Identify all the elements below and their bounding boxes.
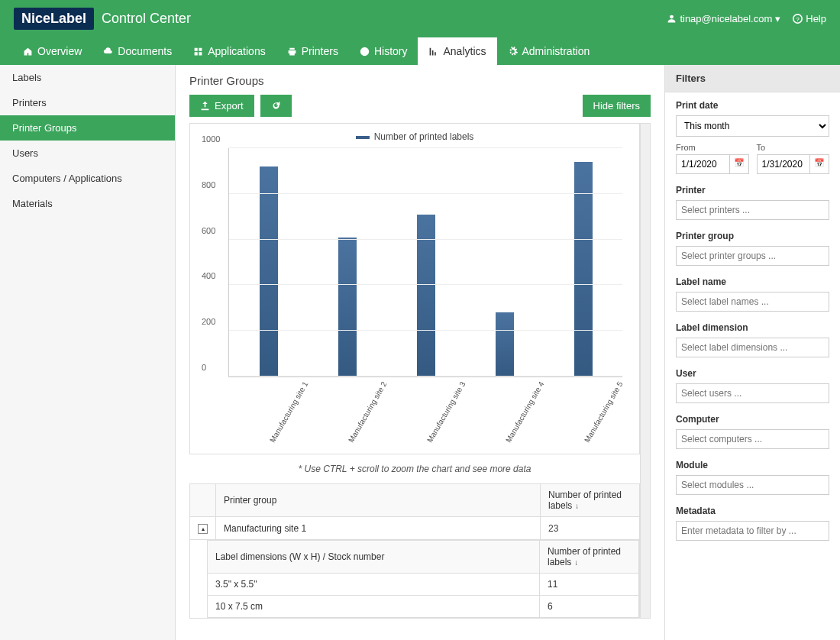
printer-input[interactable] [676,200,829,220]
sort-desc-icon: ↓ [575,502,579,510]
sidebar-item-labels[interactable]: Labels [0,65,175,90]
x-axis-label: Manufacturing site 3 [425,424,442,444]
table-row[interactable]: ▴ Manufacturing site 1 23 [190,517,640,540]
scrollbar[interactable] [640,123,651,619]
sidebar-item-computers-applications[interactable]: Computers / Applications [0,166,175,191]
col-label-dimensions[interactable]: Label dimensions (W x H) / Stock number [208,541,540,574]
filter-printer-label: Printer [676,185,829,196]
filter-module-label: Module [676,460,829,470]
col-printed-labels[interactable]: Number of printed labels↓ [541,484,640,517]
sidebar-item-printers[interactable]: Printers [0,90,175,115]
label-dimension-input[interactable] [676,338,829,357]
chevron-down-icon: ▾ [775,13,780,24]
calendar-icon[interactable]: 📅 [809,154,829,174]
x-axis-label: Manufacturing site 2 [347,424,363,444]
col-printer-group[interactable]: Printer group [216,484,541,517]
nav-applications[interactable]: Applications [183,37,276,65]
hide-filters-button[interactable]: Hide filters [583,95,651,117]
page-title: Printer Groups [189,74,651,87]
from-label: From [676,143,749,152]
sidebar-item-materials[interactable]: Materials [0,191,175,216]
to-label: To [757,143,830,152]
sidebar-item-printer-groups[interactable]: Printer Groups [0,115,175,141]
filter-computer-label: Computer [676,414,829,425]
filter-label-dimension-label: Label dimension [676,322,829,333]
col-nested-count[interactable]: Number of printed labels↓ [540,541,639,574]
filters-header: Filters [665,65,840,92]
computer-input[interactable] [676,429,829,449]
filter-print-date-label: Print date [676,100,829,111]
help-icon: ? [793,14,803,24]
gear-icon [508,47,518,57]
x-axis-label: Manufacturing site 4 [504,424,521,444]
x-axis-label: Manufacturing site 5 [583,424,599,444]
from-date-input[interactable] [676,154,729,174]
bar[interactable] [338,238,357,377]
app-title: Control Center [102,11,191,27]
user-icon [667,14,677,24]
filter-metadata-label: Metadata [676,506,829,516]
table-row[interactable]: 10 x 7.5 cm6 [208,596,639,618]
metadata-input[interactable] [676,521,829,541]
filter-printer-group-label: Printer group [676,231,829,241]
user-menu[interactable]: tinap@nicelabel.com ▾ [667,13,780,24]
cloud-icon [103,47,113,57]
refresh-icon [271,101,281,111]
printer-icon [287,47,297,57]
main-nav: OverviewDocumentsApplicationsPrintersHis… [0,37,840,65]
calendar-icon[interactable]: 📅 [729,154,749,174]
chart-hint: * Use CTRL + scroll to zoom the chart an… [189,464,640,474]
sidebar-item-users[interactable]: Users [0,141,175,166]
chart: Number of printed labels 020040060080010… [189,123,640,454]
user-input[interactable] [676,383,829,403]
table-row[interactable]: 3.5" x 5.5"11 [208,574,639,596]
to-date-input[interactable] [757,154,810,174]
export-icon [200,101,210,111]
filter-user-label: User [676,368,829,379]
grid-icon [193,47,203,57]
sort-desc-icon: ↓ [574,558,578,567]
nav-printers[interactable]: Printers [276,37,349,65]
export-button[interactable]: Export [189,95,254,117]
chart-icon [428,47,438,57]
printer-group-input[interactable] [676,246,829,266]
chart-legend: Number of printed labels [198,131,632,142]
data-table: Printer group Number of printed labels↓ … [189,483,640,619]
module-input[interactable] [676,475,829,495]
x-axis-label: Manufacturing site 1 [268,424,285,444]
bar[interactable] [574,162,593,377]
logo: NiceLabel [14,8,94,30]
svg-text:?: ? [796,16,800,23]
collapse-icon[interactable]: ▴ [198,524,208,534]
nav-analytics[interactable]: Analytics [418,37,496,65]
filters-panel: Filters Print date This month From 📅 To [664,65,840,640]
help-link[interactable]: ? Help [793,13,826,24]
refresh-button[interactable] [260,95,292,117]
print-date-select[interactable]: This month [676,115,829,137]
nav-documents[interactable]: Documents [92,37,183,65]
filter-label-name-label: Label name [676,276,829,287]
clock-icon [360,47,370,57]
label-name-input[interactable] [676,292,829,312]
bar[interactable] [260,166,278,377]
sidebar: LabelsPrintersPrinter GroupsUsersCompute… [0,65,176,640]
nav-overview[interactable]: Overview [12,37,92,65]
nav-administration[interactable]: Administration [497,37,601,65]
nav-history[interactable]: History [349,37,418,65]
app-header: NiceLabel Control Center tinap@nicelabel… [0,0,840,65]
home-icon [23,47,33,57]
bar[interactable] [496,312,514,377]
